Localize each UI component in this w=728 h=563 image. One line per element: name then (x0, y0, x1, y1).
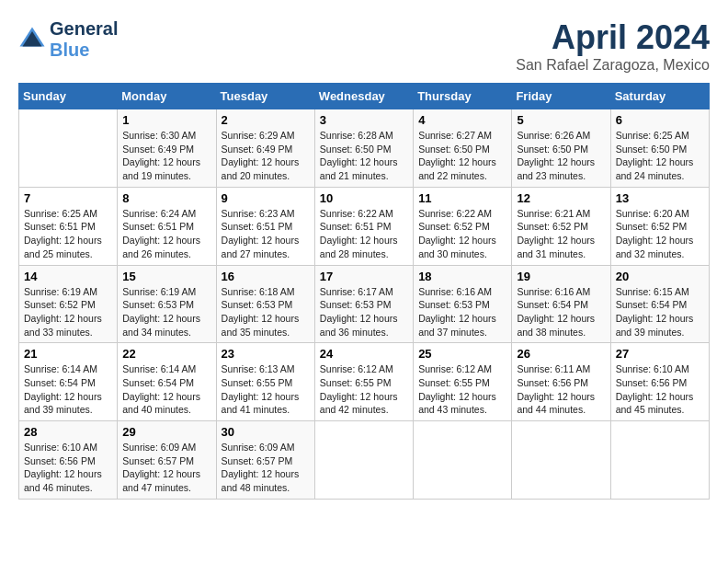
day-number: 8 (122, 191, 210, 205)
day-info: Sunrise: 6:28 AM Sunset: 6:50 PM Dayligh… (320, 129, 408, 183)
calendar-cell: 8Sunrise: 6:24 AM Sunset: 6:51 PM Daylig… (118, 187, 216, 265)
day-info: Sunrise: 6:29 AM Sunset: 6:49 PM Dayligh… (222, 129, 310, 183)
calendar-cell: 12Sunrise: 6:21 AM Sunset: 6:52 PM Dayli… (512, 187, 610, 265)
day-number: 22 (122, 347, 210, 361)
calendar-cell: 29Sunrise: 6:09 AM Sunset: 6:57 PM Dayli… (118, 421, 216, 500)
day-number: 10 (320, 191, 408, 205)
logo-text-line1: General (50, 18, 118, 40)
calendar-cell: 11Sunrise: 6:22 AM Sunset: 6:52 PM Dayli… (414, 187, 512, 265)
calendar-cell: 14Sunrise: 6:19 AM Sunset: 6:52 PM Dayli… (19, 265, 118, 343)
day-info: Sunrise: 6:27 AM Sunset: 6:50 PM Dayligh… (418, 129, 506, 183)
day-number: 16 (222, 270, 310, 283)
day-number: 20 (616, 270, 704, 283)
calendar-cell: 23Sunrise: 6:13 AM Sunset: 6:55 PM Dayli… (216, 343, 314, 421)
logo-icon (18, 26, 46, 53)
calendar-cell: 16Sunrise: 6:18 AM Sunset: 6:53 PM Dayli… (216, 265, 314, 343)
col-header-tuesday: Tuesday (216, 84, 314, 109)
day-number: 27 (616, 347, 704, 361)
calendar-cell: 1Sunrise: 6:30 AM Sunset: 6:49 PM Daylig… (118, 109, 216, 188)
day-number: 18 (418, 270, 506, 283)
day-number: 9 (222, 191, 310, 205)
day-info: Sunrise: 6:14 AM Sunset: 6:54 PM Dayligh… (24, 362, 112, 417)
day-number: 24 (320, 347, 408, 361)
calendar-cell: 6Sunrise: 6:25 AM Sunset: 6:50 PM Daylig… (610, 109, 709, 188)
day-info: Sunrise: 6:10 AM Sunset: 6:56 PM Dayligh… (616, 362, 704, 417)
day-number: 4 (418, 113, 506, 127)
calendar-cell: 7Sunrise: 6:25 AM Sunset: 6:51 PM Daylig… (19, 187, 118, 265)
day-info: Sunrise: 6:21 AM Sunset: 6:52 PM Dayligh… (517, 207, 605, 261)
calendar-cell: 18Sunrise: 6:16 AM Sunset: 6:53 PM Dayli… (414, 265, 512, 343)
col-header-friday: Friday (512, 84, 610, 109)
col-header-monday: Monday (118, 84, 216, 109)
calendar-cell: 10Sunrise: 6:22 AM Sunset: 6:51 PM Dayli… (314, 187, 413, 265)
day-number: 2 (222, 113, 310, 127)
day-info: Sunrise: 6:23 AM Sunset: 6:51 PM Dayligh… (222, 207, 310, 261)
day-info: Sunrise: 6:09 AM Sunset: 6:57 PM Dayligh… (222, 441, 310, 495)
day-number: 11 (418, 191, 506, 205)
day-info: Sunrise: 6:11 AM Sunset: 6:56 PM Dayligh… (517, 362, 605, 417)
calendar-cell: 2Sunrise: 6:29 AM Sunset: 6:49 PM Daylig… (216, 109, 314, 188)
calendar-cell: 4Sunrise: 6:27 AM Sunset: 6:50 PM Daylig… (414, 109, 512, 188)
day-info: Sunrise: 6:26 AM Sunset: 6:50 PM Dayligh… (517, 129, 605, 183)
day-number: 30 (222, 425, 310, 439)
day-number: 25 (418, 347, 506, 361)
calendar-cell: 15Sunrise: 6:19 AM Sunset: 6:53 PM Dayli… (118, 265, 216, 343)
day-info: Sunrise: 6:18 AM Sunset: 6:53 PM Dayligh… (222, 285, 310, 339)
day-info: Sunrise: 6:24 AM Sunset: 6:51 PM Dayligh… (122, 207, 210, 261)
logo-text-line2: Blue (50, 40, 118, 61)
calendar-cell (314, 421, 413, 500)
calendar-cell: 20Sunrise: 6:15 AM Sunset: 6:54 PM Dayli… (610, 265, 709, 343)
calendar-cell: 26Sunrise: 6:11 AM Sunset: 6:56 PM Dayli… (512, 343, 610, 421)
day-info: Sunrise: 6:13 AM Sunset: 6:55 PM Dayligh… (222, 362, 310, 417)
calendar-cell: 19Sunrise: 6:16 AM Sunset: 6:54 PM Dayli… (512, 265, 610, 343)
day-info: Sunrise: 6:12 AM Sunset: 6:55 PM Dayligh… (418, 362, 506, 417)
day-number: 3 (320, 113, 408, 127)
day-info: Sunrise: 6:09 AM Sunset: 6:57 PM Dayligh… (122, 441, 210, 495)
calendar-cell: 22Sunrise: 6:14 AM Sunset: 6:54 PM Dayli… (118, 343, 216, 421)
calendar-cell: 21Sunrise: 6:14 AM Sunset: 6:54 PM Dayli… (19, 343, 118, 421)
calendar-cell (414, 421, 512, 500)
day-info: Sunrise: 6:10 AM Sunset: 6:56 PM Dayligh… (24, 441, 112, 495)
day-number: 23 (222, 347, 310, 361)
day-number: 26 (517, 347, 605, 361)
day-number: 12 (517, 191, 605, 205)
day-number: 28 (24, 425, 112, 439)
day-info: Sunrise: 6:14 AM Sunset: 6:54 PM Dayligh… (122, 362, 210, 417)
calendar-cell (610, 421, 709, 500)
day-info: Sunrise: 6:16 AM Sunset: 6:53 PM Dayligh… (418, 285, 506, 339)
day-number: 5 (517, 113, 605, 127)
calendar-cell: 27Sunrise: 6:10 AM Sunset: 6:56 PM Dayli… (610, 343, 709, 421)
day-info: Sunrise: 6:25 AM Sunset: 6:51 PM Dayligh… (24, 207, 112, 261)
calendar-cell: 25Sunrise: 6:12 AM Sunset: 6:55 PM Dayli… (414, 343, 512, 421)
day-info: Sunrise: 6:17 AM Sunset: 6:53 PM Dayligh… (320, 285, 408, 339)
calendar-cell: 17Sunrise: 6:17 AM Sunset: 6:53 PM Dayli… (314, 265, 413, 343)
calendar-cell: 3Sunrise: 6:28 AM Sunset: 6:50 PM Daylig… (314, 109, 413, 188)
day-number: 29 (122, 425, 210, 439)
month-title: April 2024 (516, 18, 710, 57)
day-info: Sunrise: 6:16 AM Sunset: 6:54 PM Dayligh… (517, 285, 605, 339)
calendar-cell: 5Sunrise: 6:26 AM Sunset: 6:50 PM Daylig… (512, 109, 610, 188)
col-header-wednesday: Wednesday (314, 84, 413, 109)
day-number: 7 (24, 191, 112, 205)
location: San Rafael Zaragoza, Mexico (516, 57, 710, 74)
day-info: Sunrise: 6:22 AM Sunset: 6:52 PM Dayligh… (418, 207, 506, 261)
logo: General Blue (18, 18, 118, 61)
day-info: Sunrise: 6:19 AM Sunset: 6:53 PM Dayligh… (122, 285, 210, 339)
calendar-table: SundayMondayTuesdayWednesdayThursdayFrid… (18, 83, 710, 500)
day-number: 1 (122, 113, 210, 127)
page-header: General Blue April 2024 San Rafael Zarag… (18, 18, 710, 74)
day-info: Sunrise: 6:12 AM Sunset: 6:55 PM Dayligh… (320, 362, 408, 417)
day-info: Sunrise: 6:22 AM Sunset: 6:51 PM Dayligh… (320, 207, 408, 261)
day-info: Sunrise: 6:20 AM Sunset: 6:52 PM Dayligh… (616, 207, 704, 261)
calendar-cell: 30Sunrise: 6:09 AM Sunset: 6:57 PM Dayli… (216, 421, 314, 500)
day-number: 17 (320, 270, 408, 283)
col-header-thursday: Thursday (414, 84, 512, 109)
title-block: April 2024 San Rafael Zaragoza, Mexico (516, 18, 710, 74)
day-info: Sunrise: 6:30 AM Sunset: 6:49 PM Dayligh… (122, 129, 210, 183)
day-number: 6 (616, 113, 704, 127)
calendar-cell: 13Sunrise: 6:20 AM Sunset: 6:52 PM Dayli… (610, 187, 709, 265)
day-number: 19 (517, 270, 605, 283)
col-header-sunday: Sunday (19, 84, 118, 109)
day-info: Sunrise: 6:15 AM Sunset: 6:54 PM Dayligh… (616, 285, 704, 339)
calendar-cell (19, 109, 118, 188)
